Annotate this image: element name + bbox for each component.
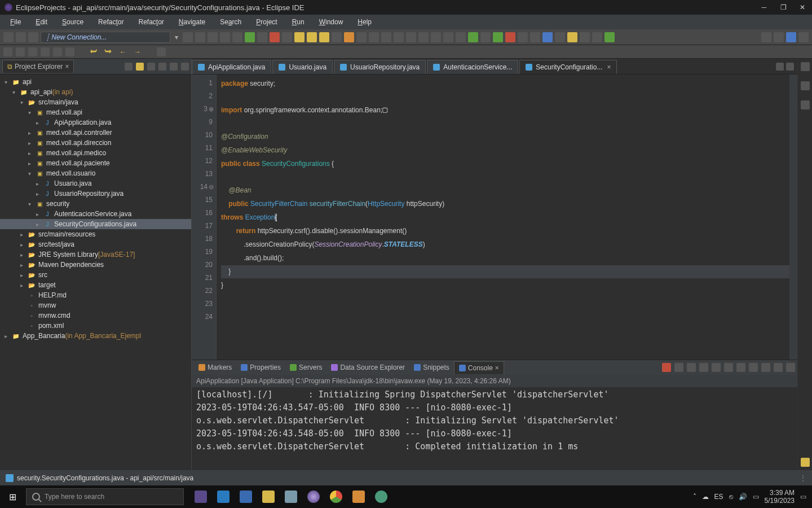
toolbar-icon[interactable] xyxy=(381,32,391,42)
tree-item[interactable]: ▾📁api xyxy=(0,77,191,87)
close-tab-icon[interactable]: × xyxy=(607,63,611,71)
toolbar-icon[interactable] xyxy=(3,47,12,56)
toolbar-icon[interactable] xyxy=(53,47,62,56)
toolbar-icon[interactable] xyxy=(431,32,441,42)
menu-navigate[interactable]: Navigate xyxy=(172,16,212,28)
remove-launch-icon[interactable] xyxy=(674,363,683,372)
toolbar-icon[interactable] xyxy=(28,47,37,56)
project-tree[interactable]: ▾📁api▾📁api_api (in api)▾📂src/main/java▾▣… xyxy=(0,75,191,470)
editor-tab[interactable]: UsuarioRepository.java xyxy=(334,60,426,74)
minimize-view-icon[interactable] xyxy=(170,63,178,71)
toolbar-icon[interactable] xyxy=(518,32,528,42)
task-list-icon[interactable] xyxy=(801,81,810,90)
tree-item[interactable]: ▾▣med.voll.api xyxy=(0,107,191,117)
toolbar-icon[interactable] xyxy=(183,32,193,42)
outline-view-icon[interactable] xyxy=(801,62,810,71)
bottom-tab-properties[interactable]: Properties xyxy=(236,361,285,374)
explorer-icon[interactable] xyxy=(258,487,279,507)
minimize-console-icon[interactable] xyxy=(774,363,783,372)
tree-item[interactable]: ▸JSecurityConfigurations.java xyxy=(0,219,191,229)
debug-stop-icon[interactable] xyxy=(270,32,280,42)
menu-file[interactable]: File xyxy=(3,16,28,28)
toolbar-icon[interactable] xyxy=(16,47,25,56)
terminate-icon[interactable] xyxy=(662,363,671,372)
tray-chevron-icon[interactable]: ˄ xyxy=(693,493,696,501)
tray-volume-icon[interactable]: 🔊 xyxy=(739,493,747,501)
code-content[interactable]: package security; import org.springframe… xyxy=(217,75,789,360)
taskbar-clock[interactable]: 3:39 AM 5/19/2023 xyxy=(765,489,795,505)
toolbar-icon[interactable] xyxy=(480,32,491,42)
debug-pause-icon[interactable] xyxy=(257,32,267,42)
pin-icon[interactable] xyxy=(157,47,166,56)
status-menu-icon[interactable]: ⋮ xyxy=(800,474,806,482)
tree-item[interactable]: ▫pom.xml xyxy=(0,321,191,331)
console-output[interactable]: [localhost].[/] : Initializing Spring Di… xyxy=(192,387,797,470)
tray-battery-icon[interactable]: ▭ xyxy=(753,493,759,501)
app-icon[interactable] xyxy=(236,487,256,507)
toolbar-icon[interactable] xyxy=(456,32,466,42)
tree-item[interactable]: ▸📂Maven Dependencies xyxy=(0,260,191,270)
close-tab-icon[interactable]: × xyxy=(495,364,499,372)
search-icon[interactable] xyxy=(592,32,602,42)
project-explorer-tab[interactable]: ⧉ Project Explorer × xyxy=(2,60,74,73)
java-perspective-icon[interactable] xyxy=(786,32,796,42)
app-icon[interactable] xyxy=(371,487,391,507)
bottom-tab-servers[interactable]: Servers xyxy=(285,361,326,374)
tray-onedrive-icon[interactable]: ☁ xyxy=(702,493,709,501)
build-icon[interactable] xyxy=(801,100,810,110)
tree-item[interactable]: ▸📂target xyxy=(0,280,191,290)
editor-tab[interactable]: AutenticacionService... xyxy=(427,60,518,74)
toolbar-icon[interactable] xyxy=(282,32,292,42)
collapse-all-icon[interactable] xyxy=(136,63,144,71)
tree-item[interactable]: ▸▣med.voll.api.paciente xyxy=(0,158,191,168)
maximize-editor-icon[interactable] xyxy=(786,63,794,71)
save-icon[interactable] xyxy=(16,32,26,42)
nav-forward2-icon[interactable]: → xyxy=(132,48,143,56)
tree-item[interactable]: ▸JAutenticacionService.java xyxy=(0,209,191,219)
toolbar-icon[interactable] xyxy=(542,32,553,42)
menu-project[interactable]: Project xyxy=(249,16,284,28)
toolbar-icon[interactable] xyxy=(580,32,590,42)
toolbar-icon[interactable] xyxy=(530,32,540,42)
nav-back-icon[interactable]: ⮨ xyxy=(88,48,99,56)
clear-console-icon[interactable] xyxy=(699,363,708,372)
tree-item[interactable]: ▫mvnw xyxy=(0,300,191,310)
notification-icon[interactable]: ▭ xyxy=(800,493,806,501)
toolbar-icon[interactable] xyxy=(344,32,354,42)
debug-perspective-icon[interactable] xyxy=(798,32,809,42)
start-button[interactable]: ⊞ xyxy=(0,485,25,508)
view-menu-icon[interactable] xyxy=(158,63,166,71)
step-over-icon[interactable] xyxy=(307,32,317,42)
tree-item[interactable]: ▸JUsuarioRepository.java xyxy=(0,189,191,199)
menu-edit[interactable]: Edit xyxy=(29,16,54,28)
tree-item[interactable]: ▾📂src/main/java xyxy=(0,97,191,107)
tree-item[interactable]: ▸JApiApplication.java xyxy=(0,117,191,128)
maximize-view-icon[interactable] xyxy=(181,63,189,71)
toolbar-icon[interactable] xyxy=(394,32,404,42)
toolbar-icon[interactable] xyxy=(195,32,205,42)
menu-search[interactable]: Search xyxy=(213,16,248,28)
menu-refactor-2[interactable]: Refactor xyxy=(131,16,170,28)
connection-dropdown[interactable]: ┊ New Connection... xyxy=(41,32,170,43)
toolbar-icon[interactable] xyxy=(41,47,50,56)
toolbar-icon[interactable] xyxy=(443,32,453,42)
minimize-button[interactable]: ─ xyxy=(759,3,769,11)
vscode-icon[interactable] xyxy=(213,487,233,507)
debug-resume-icon[interactable] xyxy=(245,32,255,42)
toolbar-icon[interactable] xyxy=(418,32,429,42)
toolbar-icon[interactable] xyxy=(220,32,230,42)
eclipse-app-icon[interactable] xyxy=(303,487,324,507)
maximize-button[interactable]: ❐ xyxy=(778,3,788,11)
debug-skip-icon[interactable] xyxy=(232,32,242,42)
save-all-icon[interactable] xyxy=(28,32,38,42)
toolbar-icon[interactable] xyxy=(208,32,218,42)
remove-all-icon[interactable] xyxy=(687,363,696,372)
tree-item[interactable]: ▾▣security xyxy=(0,199,191,209)
scroll-lock-icon[interactable] xyxy=(712,363,721,372)
step-return-icon[interactable] xyxy=(319,32,329,42)
tree-item[interactable]: ▫HELP.md xyxy=(0,290,191,300)
coverage-icon[interactable] xyxy=(505,32,515,42)
tree-item[interactable]: ▸📁App_Bancaria (in App_Bancaria_Ejempl xyxy=(0,331,191,341)
tree-item[interactable]: ▾📁api_api (in api) xyxy=(0,87,191,97)
app-icon[interactable] xyxy=(348,487,369,507)
